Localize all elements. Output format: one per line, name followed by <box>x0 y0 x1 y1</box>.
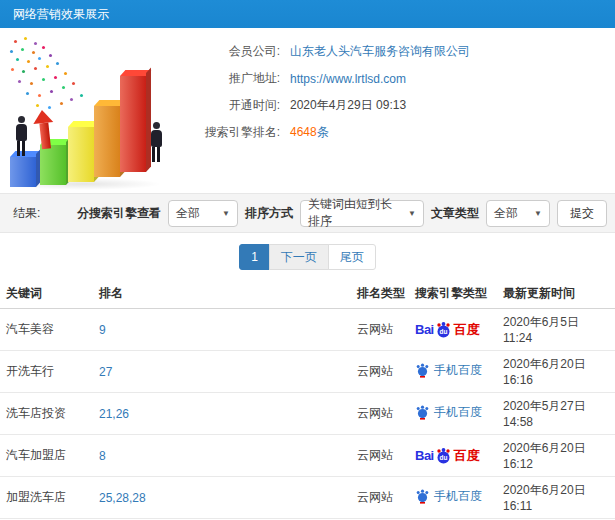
rank-type-cell: 云网站 <box>353 435 411 477</box>
rank-type-cell: 云网站 <box>353 477 411 519</box>
businessman-figure-right <box>148 122 164 162</box>
mobile-baidu-logo: 手机百度 <box>415 488 482 505</box>
mobile-baidu-paw-icon <box>415 363 430 378</box>
illustration-bar-blue <box>10 157 36 187</box>
keyword-ranking-table: 关键词 排名 排名类型 搜索引擎类型 最新更新时间 汽车美容 9 云网站 Bai… <box>0 280 615 520</box>
title-bar: 网络营销效果展示 <box>0 0 615 28</box>
chevron-down-icon: ▼ <box>216 209 230 218</box>
table-row: 洗车店投资 21,26 云网站 Baidu百度 手机百度 2020年5月27日 … <box>0 393 615 435</box>
top-section: 会员公司: 山东老人头汽车服务咨询有限公司 推广地址: https://www.… <box>0 28 615 193</box>
update-time-cell: 2020年6月20日 16:11 <box>499 477 615 519</box>
mobile-baidu-logo: 手机百度 <box>415 404 482 421</box>
illustration-bar-yellow <box>68 127 94 182</box>
rank-link[interactable]: 9 <box>99 323 106 337</box>
rank-cell: 21,26 <box>95 393 353 435</box>
article-type-label: 文章类型 <box>431 205 479 222</box>
update-time-cell: 2020年6月20日 16:12 <box>499 435 615 477</box>
engine-type-cell: Baidu百度 手机百度 <box>411 351 499 393</box>
businessman-figure-left <box>13 116 29 156</box>
rank-cell: 27 <box>95 351 353 393</box>
update-time-cell: 2020年5月27日 14:58 <box>499 393 615 435</box>
pagination-area: 1 下一页 尾页 <box>0 233 615 280</box>
illustration-bar-red <box>120 76 146 172</box>
result-label: 结果: <box>13 205 40 222</box>
col-header-update-time: 最新更新时间 <box>499 280 615 309</box>
article-type-selected: 全部 <box>494 205 518 222</box>
col-header-rank-type: 排名类型 <box>353 280 411 309</box>
rank-cell: 8 <box>95 435 353 477</box>
col-header-keyword: 关键词 <box>0 280 95 309</box>
rank-cell: 9 <box>95 309 353 351</box>
chevron-down-icon: ▼ <box>528 209 542 218</box>
chevron-down-icon: ▼ <box>402 209 416 218</box>
table-row: 汽车美容 9 云网站 Baidu百度 手机百度 2020年6月5日 11:24 <box>0 309 615 351</box>
update-time-cell: 2020年6月20日 16:16 <box>499 351 615 393</box>
info-row-engine-rank: 搜索引擎排名: 4648条 <box>180 119 615 146</box>
next-page-button[interactable]: 下一页 <box>269 244 329 270</box>
keyword-cell: 汽车加盟店 <box>0 435 95 477</box>
baidu-logo: Baidu百度 <box>415 321 480 339</box>
engine-type-cell: Baidu百度 手机百度 <box>411 477 499 519</box>
mobile-baidu-logo: 手机百度 <box>415 362 482 379</box>
page-1-button[interactable]: 1 <box>239 244 270 270</box>
last-page-button[interactable]: 尾页 <box>328 244 376 270</box>
sort-label: 排序方式 <box>245 205 293 222</box>
baidu-paw-icon: du <box>435 322 452 338</box>
engine-view-select[interactable]: 全部 ▼ <box>168 200 238 227</box>
rank-link[interactable]: 25,28,28 <box>99 491 146 505</box>
marketing-report-page: 网络营销效果展示 会员公司: 山东老人头汽车服务咨询有限公司 <box>0 0 615 520</box>
keyword-cell: 加盟洗车店 <box>0 477 95 519</box>
promo-url-label: 推广地址: <box>180 70 280 87</box>
engine-rank-label: 搜索引擎排名: <box>180 124 280 141</box>
rank-type-cell: 云网站 <box>353 393 411 435</box>
table-row: 开洗车行 27 云网站 Baidu百度 手机百度 2020年6月20日 16:1… <box>0 351 615 393</box>
mobile-baidu-paw-icon <box>415 489 430 504</box>
article-type-select[interactable]: 全部 ▼ <box>486 200 550 227</box>
keyword-cell: 洗车店投资 <box>0 393 95 435</box>
engine-type-cell: Baidu百度 手机百度 <box>411 435 499 477</box>
rank-link[interactable]: 8 <box>99 449 106 463</box>
baidu-paw-icon: du <box>435 448 452 464</box>
info-row-member: 会员公司: 山东老人头汽车服务咨询有限公司 <box>180 38 615 65</box>
filter-controls: 分搜索引擎查看 全部 ▼ 排序方式 关键词由短到长排序 ▼ 文章类型 全部 ▼ … <box>77 200 607 227</box>
keyword-cell: 汽车美容 <box>0 309 95 351</box>
up-arrow-icon <box>32 109 56 150</box>
bar-chart-illustration <box>0 32 180 192</box>
sort-select[interactable]: 关键词由短到长排序 ▼ <box>300 200 424 227</box>
rank-type-cell: 云网站 <box>353 309 411 351</box>
baidu-logo: Baidu百度 <box>415 447 480 465</box>
rank-type-cell: 云网站 <box>353 351 411 393</box>
promo-url-link[interactable]: https://www.lrtlsd.com <box>290 72 406 86</box>
rank-cell: 25,28,28 <box>95 477 353 519</box>
member-company-label: 会员公司: <box>180 43 280 60</box>
keyword-cell: 开洗车行 <box>0 351 95 393</box>
update-time-cell: 2020年6月5日 11:24 <box>499 309 615 351</box>
table-row: 汽车加盟店 8 云网站 Baidu百度 手机百度 2020年6月20日 16:1… <box>0 435 615 477</box>
rank-link[interactable]: 27 <box>99 365 112 379</box>
illustration-bar-orange <box>94 106 120 177</box>
illustration-bar-green <box>40 145 66 185</box>
engine-type-cell: Baidu百度 手机百度 <box>411 309 499 351</box>
table-row: 加盟洗车店 25,28,28 云网站 Baidu百度 手机百度 2020年6月2… <box>0 477 615 519</box>
col-header-rank: 排名 <box>95 280 353 309</box>
info-row-promo: 推广地址: https://www.lrtlsd.com <box>180 65 615 92</box>
member-company-link[interactable]: 山东老人头汽车服务咨询有限公司 <box>290 43 470 60</box>
engine-type-cell: Baidu百度 手机百度 <box>411 393 499 435</box>
sort-selected: 关键词由短到长排序 <box>308 196 402 230</box>
rank-unit: 条 <box>317 125 329 139</box>
svg-text:du: du <box>439 328 447 335</box>
confetti-dots <box>8 36 11 39</box>
submit-button[interactable]: 提交 <box>557 200 607 227</box>
open-time-value: 2020年4月29日 09:13 <box>290 97 406 114</box>
pagination: 1 下一页 尾页 <box>239 244 376 270</box>
rank-link[interactable]: 21,26 <box>99 407 129 421</box>
member-info-panel: 会员公司: 山东老人头汽车服务咨询有限公司 推广地址: https://www.… <box>180 28 615 193</box>
info-row-open-time: 开通时间: 2020年4月29日 09:13 <box>180 92 615 119</box>
svg-text:du: du <box>439 454 447 461</box>
filter-bar: 结果: 分搜索引擎查看 全部 ▼ 排序方式 关键词由短到长排序 ▼ 文章类型 全… <box>0 193 615 233</box>
page-title: 网络营销效果展示 <box>13 7 109 21</box>
col-header-engine-type: 搜索引擎类型 <box>411 280 499 309</box>
engine-view-label: 分搜索引擎查看 <box>77 205 161 222</box>
table-header-row: 关键词 排名 排名类型 搜索引擎类型 最新更新时间 <box>0 280 615 309</box>
engine-view-selected: 全部 <box>176 205 200 222</box>
